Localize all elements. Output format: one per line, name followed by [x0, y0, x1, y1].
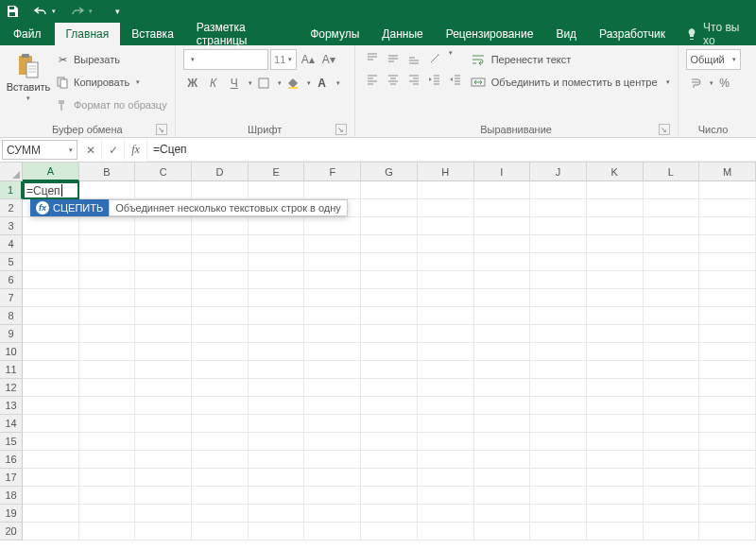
font-size-combo[interactable]: 11▾: [270, 49, 297, 70]
cell[interactable]: [530, 505, 587, 523]
cell[interactable]: [474, 271, 531, 289]
column-header[interactable]: L: [644, 163, 700, 181]
cell[interactable]: [587, 523, 644, 540]
cell[interactable]: [418, 289, 474, 307]
cell[interactable]: [135, 253, 192, 271]
cell[interactable]: [699, 271, 756, 289]
cell[interactable]: [418, 217, 474, 235]
cell[interactable]: [249, 451, 305, 469]
cell[interactable]: [249, 217, 305, 235]
cell[interactable]: [135, 451, 192, 469]
row-header[interactable]: 11: [0, 361, 23, 379]
cell[interactable]: [304, 451, 361, 469]
insert-function-button[interactable]: fx: [125, 138, 147, 162]
cell[interactable]: [23, 343, 79, 361]
cell[interactable]: [135, 397, 192, 415]
cell[interactable]: [135, 181, 192, 199]
column-header[interactable]: H: [418, 163, 474, 181]
cell[interactable]: [699, 307, 756, 325]
cell[interactable]: [587, 343, 644, 361]
cell[interactable]: [23, 235, 79, 253]
cell[interactable]: [192, 523, 249, 540]
cell[interactable]: [587, 451, 644, 469]
row-header[interactable]: 10: [0, 343, 23, 361]
cell[interactable]: [530, 343, 587, 361]
cell[interactable]: [418, 433, 474, 451]
cell[interactable]: [530, 325, 587, 343]
tab-page-layout[interactable]: Разметка страницы: [185, 23, 299, 45]
cell[interactable]: [587, 397, 644, 415]
cells-area[interactable]: =Сцеп fx СЦЕПИТЬ Объединяет несколько те…: [23, 181, 756, 547]
cell[interactable]: [644, 361, 700, 379]
cell[interactable]: [699, 397, 756, 415]
cell[interactable]: [418, 343, 474, 361]
cell[interactable]: [135, 325, 192, 343]
cell[interactable]: [23, 505, 79, 523]
cell[interactable]: [474, 379, 531, 397]
row-header[interactable]: 4: [0, 235, 23, 253]
cell[interactable]: [135, 433, 192, 451]
cell[interactable]: [192, 487, 249, 505]
cell[interactable]: [644, 451, 700, 469]
row-header[interactable]: 13: [0, 397, 23, 415]
cell[interactable]: [23, 253, 79, 271]
cell[interactable]: [304, 343, 361, 361]
cell[interactable]: [361, 469, 418, 487]
active-cell[interactable]: =Сцеп: [23, 181, 79, 199]
cell[interactable]: [135, 415, 192, 433]
tab-data[interactable]: Данные: [370, 23, 434, 45]
cell[interactable]: [135, 361, 192, 379]
column-header[interactable]: G: [361, 163, 418, 181]
cell[interactable]: [304, 361, 361, 379]
cell[interactable]: [361, 181, 418, 199]
cell[interactable]: [699, 181, 756, 199]
wrap-text-button[interactable]: Перенести текст: [471, 49, 670, 70]
row-header[interactable]: 9: [0, 325, 23, 343]
cell[interactable]: [587, 235, 644, 253]
cell[interactable]: [418, 379, 474, 397]
cell[interactable]: [699, 253, 756, 271]
cell[interactable]: [530, 271, 587, 289]
cell[interactable]: [418, 181, 474, 199]
cell[interactable]: [644, 253, 700, 271]
cell[interactable]: [23, 451, 79, 469]
cell[interactable]: [79, 181, 136, 199]
cell[interactable]: [587, 361, 644, 379]
cell[interactable]: [23, 307, 79, 325]
cell[interactable]: [249, 433, 305, 451]
cell[interactable]: [361, 289, 418, 307]
cell[interactable]: [699, 415, 756, 433]
cell[interactable]: [249, 469, 305, 487]
dialog-launcher-icon[interactable]: ↘: [156, 124, 167, 135]
accounting-format-icon[interactable]: [686, 74, 705, 93]
cell[interactable]: [530, 307, 587, 325]
cell[interactable]: [79, 379, 136, 397]
cell[interactable]: [418, 199, 474, 217]
cell[interactable]: [304, 289, 361, 307]
column-header[interactable]: D: [192, 163, 249, 181]
cell[interactable]: [79, 433, 136, 451]
cell[interactable]: [249, 181, 305, 199]
tab-formulas[interactable]: Формулы: [299, 23, 370, 45]
cell[interactable]: [79, 325, 136, 343]
cell[interactable]: [361, 217, 418, 235]
row-header[interactable]: 16: [0, 451, 23, 469]
cut-button[interactable]: ✂ Вырезать: [55, 49, 167, 70]
cell[interactable]: [474, 217, 531, 235]
row-header[interactable]: 17: [0, 469, 23, 487]
cell[interactable]: [530, 253, 587, 271]
cell[interactable]: [530, 181, 587, 199]
cell[interactable]: [135, 523, 192, 540]
format-painter-button[interactable]: Формат по образцу: [55, 94, 167, 115]
cell[interactable]: [644, 235, 700, 253]
cell[interactable]: [249, 487, 305, 505]
cell[interactable]: [79, 469, 136, 487]
cell[interactable]: [699, 451, 756, 469]
cell[interactable]: [23, 271, 79, 289]
cell[interactable]: [304, 253, 361, 271]
cell[interactable]: [135, 271, 192, 289]
cell[interactable]: [530, 451, 587, 469]
tab-home[interactable]: Главная: [55, 23, 121, 45]
cell[interactable]: [644, 379, 700, 397]
number-format-combo[interactable]: Общий▾: [686, 49, 741, 70]
